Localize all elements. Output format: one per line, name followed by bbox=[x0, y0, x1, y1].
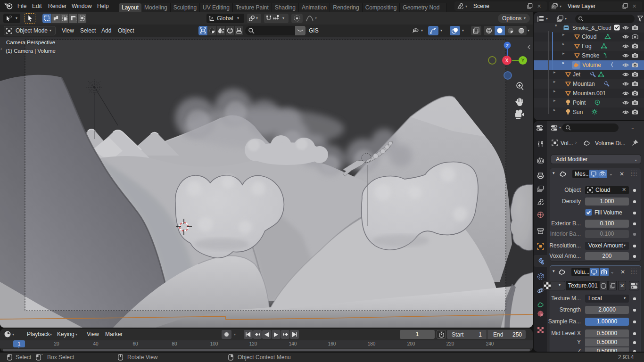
svg-text:X: X bbox=[505, 58, 509, 63]
svg-text:Y: Y bbox=[521, 58, 525, 63]
svg-text:Z: Z bbox=[506, 43, 509, 48]
